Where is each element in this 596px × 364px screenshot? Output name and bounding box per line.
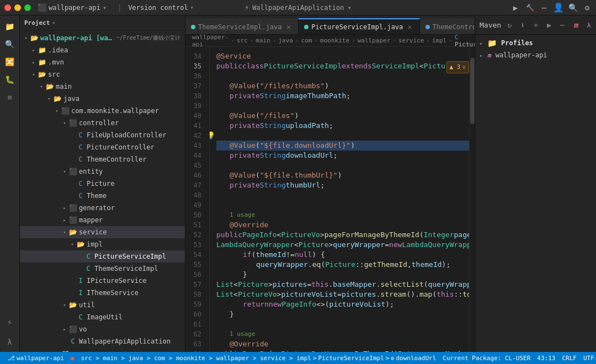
statusbar-error-dot[interactable]: ● bbox=[67, 352, 78, 364]
run-button[interactable]: ▶ bbox=[511, 3, 520, 12]
tree-item-theme[interactable]: ▸ C Theme bbox=[20, 190, 185, 202]
tree-item-picture-service-impl[interactable]: ▸ C PictureServiceImpl bbox=[20, 250, 185, 263]
search-button[interactable]: 🔍 bbox=[568, 3, 577, 12]
tree-item-entity[interactable]: ▾ ⬛ entity bbox=[20, 165, 185, 178]
breadcrumb-item[interactable]: service bbox=[398, 37, 424, 44]
user-icon[interactable]: 👤 bbox=[554, 3, 563, 12]
tree-item-service[interactable]: ▾ 📂 service bbox=[20, 226, 185, 238]
minimize-button[interactable] bbox=[14, 4, 21, 11]
breadcrumb-item[interactable]: com bbox=[301, 37, 312, 44]
tab-theme-service-impl[interactable]: ThemeServiceImpl.java × bbox=[185, 18, 299, 34]
breadcrumb-item[interactable]: java bbox=[278, 37, 293, 44]
statusbar-line-ending[interactable]: CRLF bbox=[558, 352, 580, 364]
settings-button[interactable]: ⚙ bbox=[583, 3, 592, 12]
project-selector[interactable]: ⬛ wallpaper-api ▾ bbox=[38, 3, 107, 12]
statusbar-git-item[interactable]: ⎇ wallpaper-api bbox=[4, 352, 67, 364]
statusbar-package[interactable]: Current Package: CL-USER bbox=[439, 352, 534, 364]
tree-item-label: java bbox=[63, 95, 79, 103]
sidebar-structure-icon[interactable]: ≡ bbox=[2, 89, 18, 105]
tree-item-wallpaper-app[interactable]: ▸ C WallpaperApiApplication bbox=[20, 335, 185, 347]
tab-dot bbox=[304, 25, 308, 29]
close-button[interactable] bbox=[4, 4, 11, 11]
tree-item-image-util[interactable]: ▸ C ImageUtil bbox=[20, 311, 185, 323]
sidebar-git-icon[interactable]: 🔀 bbox=[2, 54, 18, 69]
code-token: ); bbox=[442, 260, 451, 270]
tree-item-main[interactable]: ▾ 📂 main bbox=[20, 81, 185, 93]
maven-run-button[interactable]: ▶ bbox=[543, 19, 555, 31]
maven-add-button[interactable]: + bbox=[530, 19, 542, 31]
breadcrumb-item[interactable]: main bbox=[256, 37, 270, 44]
code-token: new bbox=[389, 240, 402, 250]
folder-icon: ⬛ bbox=[68, 204, 77, 212]
code-token: PageInfo bbox=[281, 299, 316, 309]
maven-refresh-button[interactable]: ↻ bbox=[503, 19, 515, 31]
code-editor[interactable]: @Service ▶ public class PictureServiceIm… bbox=[210, 47, 469, 352]
app-name: WallpaperApiApplication bbox=[252, 4, 344, 12]
file-tree[interactable]: ▾ 📂 wallpaper-api [wallpaper] ~/FreeTime… bbox=[20, 31, 185, 352]
editor-scrollbar[interactable] bbox=[469, 47, 475, 352]
breadcrumb-item[interactable]: src bbox=[237, 37, 248, 44]
tree-item-theme-controller[interactable]: ▸ C ThemeController bbox=[20, 153, 185, 165]
statusbar-position[interactable]: 43:13 bbox=[534, 352, 558, 364]
tree-item-label: ThemeController bbox=[87, 156, 146, 163]
tree-item-util[interactable]: ▾ 📂 util bbox=[20, 299, 185, 311]
version-control-selector[interactable]: Version control ▾ bbox=[128, 4, 193, 12]
tab-picture-service-impl[interactable]: PictureServiceImpl.java × bbox=[299, 18, 420, 34]
code-line-39 bbox=[216, 101, 469, 111]
maven-more-button[interactable]: ⋯ bbox=[556, 19, 568, 31]
tree-item-itheme-service[interactable]: ▸ I IThemeService bbox=[20, 287, 185, 299]
tab-close-icon[interactable]: × bbox=[285, 23, 292, 31]
tree-item-theme-service-impl[interactable]: ▸ C ThemeServiceImpl bbox=[20, 263, 185, 275]
tree-item-impl[interactable]: ▾ 📂 impl bbox=[20, 238, 185, 250]
code-token: private bbox=[230, 121, 260, 131]
tree-item-controller[interactable]: ▾ ⬛ controller bbox=[20, 117, 185, 129]
tree-item-mapper[interactable]: ▸ ⬛ mapper bbox=[20, 214, 185, 226]
tab-close-icon[interactable]: × bbox=[406, 23, 413, 31]
code-token: ; bbox=[329, 121, 333, 131]
statusbar-path[interactable]: src > main > java > com > moonkite > wal… bbox=[78, 352, 440, 364]
tree-item-generator[interactable]: ▸ ⬛ generator bbox=[20, 202, 185, 214]
breadcrumb-item[interactable]: impl bbox=[432, 37, 447, 44]
tree-item-resources[interactable]: ▸ 📁 resources bbox=[20, 347, 185, 352]
sidebar-debug-icon[interactable]: 🐛 bbox=[2, 72, 18, 87]
maven-download-button[interactable]: ⬇ bbox=[517, 19, 529, 31]
breadcrumb-item[interactable]: wallpaper-api bbox=[192, 35, 228, 47]
tree-item-file-upload-controller[interactable]: ▸ C FileUploadController bbox=[20, 129, 185, 141]
statusbar-encoding[interactable]: UTF-8 bbox=[580, 352, 596, 364]
code-token: queryWrapper bbox=[333, 240, 385, 250]
line-number: 50 bbox=[185, 210, 206, 220]
tree-item-vo[interactable]: ▸ ⬛ vo bbox=[20, 323, 185, 335]
intention-bulb-icon[interactable]: 💡 bbox=[210, 131, 215, 141]
tree-item-picture[interactable]: ▸ C Picture bbox=[20, 178, 185, 190]
more-actions-button[interactable]: ⋯ bbox=[540, 3, 549, 12]
code-token: @Value bbox=[230, 111, 256, 121]
code-token: themeId bbox=[412, 260, 442, 270]
tree-item-src[interactable]: ▾ 📂 src bbox=[20, 68, 185, 81]
tree-item-mvn[interactable]: ▸ 📁 .mvn bbox=[20, 56, 185, 68]
maven-project-item[interactable]: ▸ m wallpaper-api bbox=[475, 49, 596, 61]
sidebar-bottom1-icon[interactable]: ⚡ bbox=[2, 314, 18, 330]
breadcrumb-item[interactable]: wallpaper bbox=[358, 37, 391, 44]
tree-item-label: PictureController bbox=[87, 143, 155, 151]
maven-profiles-item[interactable]: ▸ 📁 Profiles bbox=[475, 37, 596, 49]
maximize-button[interactable] bbox=[24, 4, 31, 11]
sidebar-bottom2-icon[interactable]: λ bbox=[2, 334, 18, 350]
line-number: 48 bbox=[185, 190, 206, 200]
tree-item-label: mapper bbox=[79, 216, 103, 224]
build-button[interactable]: 🔨 bbox=[525, 3, 534, 12]
code-line-41: private String uploadPath ; bbox=[216, 121, 469, 131]
breadcrumb-item[interactable]: moonkite bbox=[320, 37, 349, 44]
maven-kotlin-button[interactable]: m bbox=[570, 19, 582, 31]
tree-item-java[interactable]: ▾ 📂 java bbox=[20, 93, 185, 105]
tree-item-package[interactable]: ▾ ⬛ com.moonkite.wallpaper bbox=[20, 105, 185, 117]
tree-item-picture-controller[interactable]: ▸ C PictureController bbox=[20, 141, 185, 153]
maven-lambda-button[interactable]: λ bbox=[583, 19, 595, 31]
sidebar-search-icon[interactable]: 🔍 bbox=[2, 36, 18, 52]
tree-item-ipicture-service[interactable]: ▸ I IPictureService bbox=[20, 275, 185, 287]
breadcrumb-item-file[interactable]: C PictureServiceImpl bbox=[455, 35, 475, 47]
tab-theme-controller[interactable]: ThemeController.java × bbox=[420, 18, 475, 34]
folder-icon: 📁 bbox=[61, 349, 70, 352]
sidebar-files-icon[interactable]: 📁 bbox=[2, 19, 18, 34]
tree-item-root[interactable]: ▾ 📂 wallpaper-api [wallpaper] ~/FreeTime… bbox=[20, 32, 185, 44]
tree-item-idea[interactable]: ▸ 📁 .idea bbox=[20, 44, 185, 56]
